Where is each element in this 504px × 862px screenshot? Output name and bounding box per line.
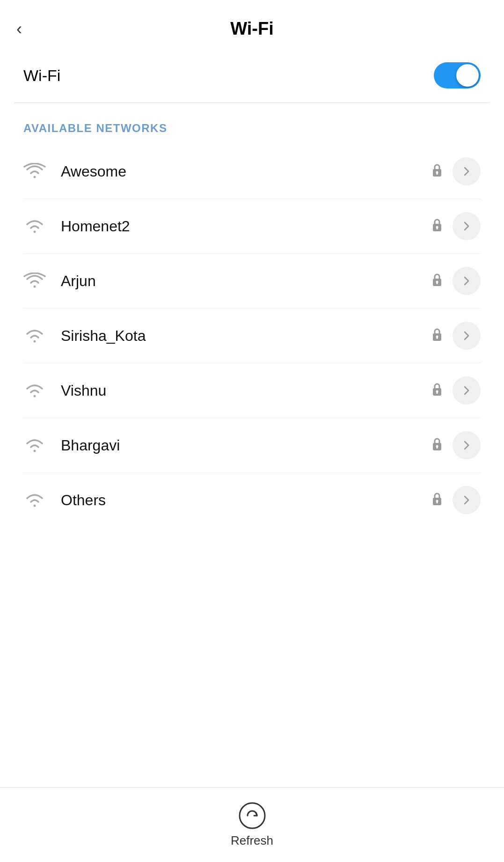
svg-rect-17: [437, 446, 438, 449]
bottom-bar[interactable]: Refresh: [0, 787, 504, 862]
svg-rect-11: [437, 337, 438, 339]
back-button[interactable]: ‹: [14, 18, 24, 40]
network-item[interactable]: Sirisha_Kota: [0, 309, 504, 363]
network-item[interactable]: Vishnu: [0, 363, 504, 418]
page-title: Wi-Fi: [230, 19, 274, 39]
svg-rect-20: [437, 501, 438, 503]
network-chevron-button[interactable]: [453, 431, 481, 459]
network-chevron-button[interactable]: [453, 322, 481, 350]
network-list: Awesome: [0, 144, 504, 527]
lock-icon: [431, 272, 443, 290]
network-chevron-button[interactable]: [453, 157, 481, 185]
lock-icon: [431, 436, 443, 455]
lock-icon: [431, 491, 443, 509]
svg-rect-14: [437, 391, 438, 394]
wifi-icon: [23, 163, 56, 180]
available-networks-title: AVAILABLE NETWORKS: [0, 103, 504, 144]
wifi-icon: [23, 273, 56, 289]
lock-icon: [431, 327, 443, 345]
wifi-signal-indicator: [23, 437, 46, 454]
network-actions: [431, 157, 481, 185]
network-name: Vishnu: [61, 382, 431, 399]
wifi-signal-indicator: [23, 327, 46, 344]
network-name: Arjun: [61, 273, 431, 290]
wifi-icon: [23, 218, 56, 235]
network-item[interactable]: Homenet2: [0, 199, 504, 253]
network-chevron-button[interactable]: [453, 267, 481, 295]
wifi-signal-indicator: [23, 218, 46, 235]
network-chevron-button[interactable]: [453, 486, 481, 514]
wifi-toggle-switch[interactable]: [434, 62, 481, 88]
svg-point-21: [240, 803, 265, 828]
network-item[interactable]: Arjun: [0, 254, 504, 308]
refresh-label: Refresh: [231, 833, 273, 848]
network-name: Bhargavi: [61, 437, 431, 454]
lock-icon: [431, 217, 443, 236]
network-name: Sirisha_Kota: [61, 327, 431, 345]
header: ‹ Wi-Fi: [0, 0, 504, 48]
network-name: Homenet2: [61, 218, 431, 235]
wifi-icon: [23, 327, 56, 344]
network-chevron-button[interactable]: [453, 212, 481, 240]
wifi-icon: [23, 492, 56, 508]
network-actions: [431, 267, 481, 295]
wifi-signal-indicator: [23, 163, 46, 180]
svg-rect-2: [437, 172, 438, 175]
lock-icon: [431, 382, 443, 400]
wifi-signal-indicator: [23, 382, 46, 399]
svg-rect-5: [437, 227, 438, 229]
wifi-signal-indicator: [23, 492, 46, 508]
network-actions: [431, 376, 481, 405]
network-actions: [431, 212, 481, 240]
network-actions: [431, 431, 481, 459]
wifi-toggle-row: Wi-Fi: [0, 48, 504, 103]
wifi-icon: [23, 382, 56, 399]
network-name: Others: [61, 492, 431, 509]
network-item[interactable]: Bhargavi: [0, 418, 504, 472]
wifi-toggle-label: Wi-Fi: [23, 66, 60, 85]
network-item[interactable]: Awesome: [0, 144, 504, 199]
network-item[interactable]: Others: [0, 473, 504, 527]
network-actions: [431, 486, 481, 514]
refresh-icon: [238, 802, 266, 830]
network-actions: [431, 322, 481, 350]
wifi-signal-indicator: [23, 273, 46, 289]
toggle-slider: [434, 62, 481, 88]
network-chevron-button[interactable]: [453, 376, 481, 405]
svg-rect-8: [437, 282, 438, 284]
wifi-icon: [23, 437, 56, 454]
network-name: Awesome: [61, 163, 431, 180]
lock-icon: [431, 162, 443, 181]
